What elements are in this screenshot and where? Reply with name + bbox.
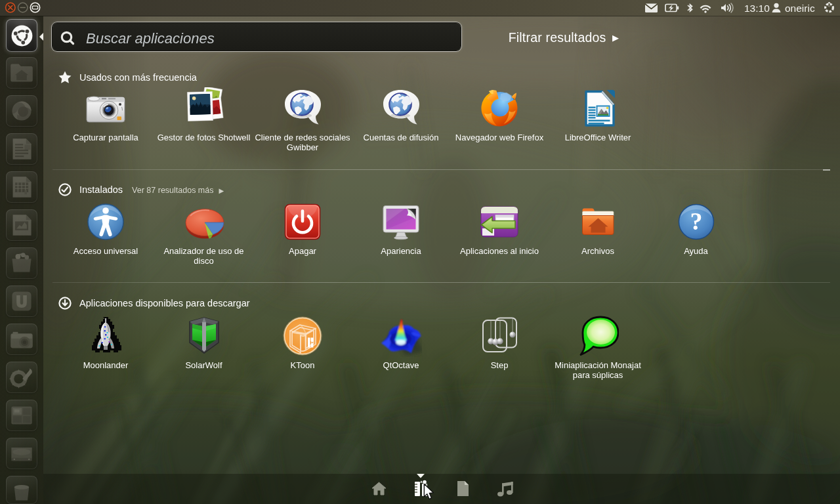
svg-text:?: ?: [690, 207, 702, 235]
svg-text:13:10: 13:10: [744, 3, 770, 14]
svg-text:oneiric: oneiric: [785, 3, 815, 14]
